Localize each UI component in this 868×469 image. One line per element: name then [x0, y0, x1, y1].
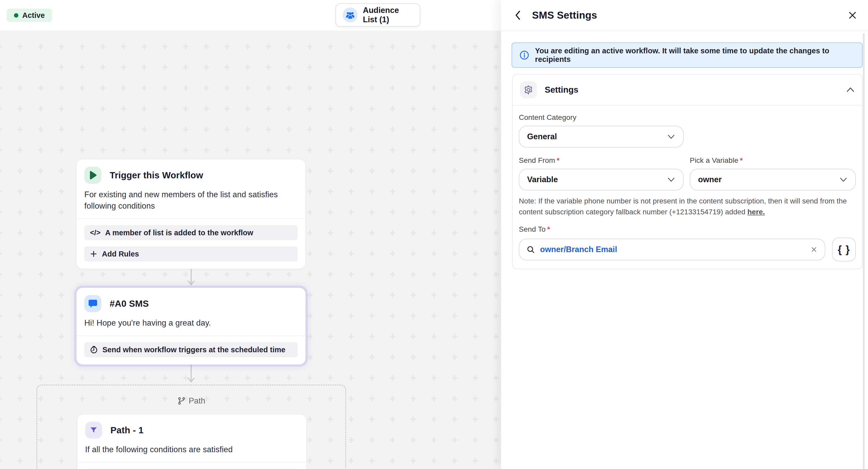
code-icon: </>: [90, 229, 100, 237]
divider: [76, 335, 306, 336]
settings-icon-tile: [520, 81, 537, 98]
path-node-description: If all the following conditions are sati…: [78, 444, 306, 455]
trigger-node[interactable]: Trigger this Workflow For existing and n…: [76, 159, 306, 269]
search-icon: [527, 245, 535, 254]
panel-title: SMS Settings: [532, 9, 838, 21]
send-to-row: owner/Branch Email { }: [519, 238, 856, 261]
audience-list-button[interactable]: Audience List (1): [336, 3, 420, 27]
canvas-topbar: Active Audience List (1): [0, 0, 501, 31]
settings-section: Settings Content Category General: [512, 74, 863, 269]
close-button[interactable]: [846, 9, 859, 22]
chevron-down-icon: [667, 177, 675, 182]
status-badge-label: Active: [22, 11, 45, 20]
active-dot-icon: [14, 13, 18, 18]
settings-section-title: Settings: [545, 85, 838, 95]
send-to-input[interactable]: owner/Branch Email: [519, 239, 825, 260]
panel-header: SMS Settings: [501, 0, 868, 31]
path-icon-tile: [85, 422, 102, 439]
chevron-left-icon: [514, 9, 523, 21]
content-category-label: Content Category: [519, 113, 856, 122]
path-group-header: Path: [37, 396, 345, 406]
active-workflow-banner: You are editing an active workflow. It w…: [512, 42, 863, 68]
send-to-value: owner/Branch Email: [540, 245, 805, 254]
braces-icon: { }: [838, 244, 850, 256]
fallback-note: Note: If the variable phone number is no…: [519, 196, 850, 217]
panel-body: You are editing an active workflow. It w…: [501, 31, 868, 269]
required-asterisk: *: [740, 156, 743, 164]
trigger-rule-text: A member of list is added to the workflo…: [105, 229, 253, 237]
trigger-rule-pill[interactable]: </> A member of list is added to the wor…: [84, 225, 298, 240]
path-node[interactable]: Path - 1 If all the following conditions…: [77, 414, 307, 469]
here-link[interactable]: here.: [747, 208, 765, 216]
add-rules-button[interactable]: Add Rules: [84, 246, 298, 261]
trigger-node-title: Trigger this Workflow: [110, 170, 203, 180]
pick-variable-label: Pick a Variable*: [690, 156, 856, 165]
filter-funnel-icon: [90, 426, 98, 434]
clock-icon: [90, 346, 98, 354]
chevron-down-icon: [839, 177, 847, 182]
send-from-value: Variable: [527, 175, 558, 184]
chat-bubble-icon: [88, 299, 97, 308]
plus-icon: [90, 250, 97, 258]
workflow-editor: Trigger this Workflow For existing and n…: [0, 0, 868, 469]
path-group-label: Path: [189, 396, 205, 406]
trigger-icon-tile: [84, 167, 101, 184]
send-from-field: Send From* Variable: [519, 156, 684, 190]
chevron-down-icon: [667, 134, 675, 139]
divider: [78, 462, 306, 463]
divider: [76, 218, 306, 219]
close-icon: [848, 10, 857, 20]
info-icon: [519, 50, 529, 60]
canvas-area: Trigger this Workflow For existing and n…: [0, 0, 501, 469]
required-asterisk: *: [557, 156, 559, 164]
sms-icon-tile: [84, 295, 101, 312]
pick-variable-value: owner: [698, 175, 722, 184]
content-category-select[interactable]: General: [519, 126, 684, 148]
content-category-value: General: [527, 132, 557, 141]
sms-node-description: Hi! Hope you're having a great day.: [76, 317, 306, 329]
chevron-up-icon[interactable]: [846, 87, 855, 93]
sms-settings-panel: SMS Settings You are editing an active w…: [501, 0, 868, 469]
pick-variable-field: Pick a Variable* owner: [690, 156, 856, 190]
insert-variable-button[interactable]: { }: [832, 238, 856, 261]
send-from-label: Send From*: [519, 156, 684, 165]
workflow-canvas[interactable]: Trigger this Workflow For existing and n…: [0, 31, 501, 469]
required-asterisk: *: [547, 225, 550, 233]
gear-icon: [524, 85, 533, 95]
status-badge: Active: [7, 8, 52, 22]
panel-scrollbar[interactable]: [863, 33, 865, 469]
pick-variable-select[interactable]: owner: [690, 169, 856, 190]
path-node-title: Path - 1: [111, 425, 144, 435]
sms-node-title: #A0 SMS: [110, 298, 149, 309]
sms-schedule-text: Send when workflow triggers at the sched…: [102, 346, 285, 354]
branch-icon: [178, 397, 186, 405]
settings-section-header[interactable]: Settings: [513, 75, 862, 105]
sms-node[interactable]: #A0 SMS Hi! Hope you're having a great d…: [76, 288, 306, 365]
play-icon: [89, 170, 97, 180]
settings-form: Content Category General Send From*: [513, 106, 862, 269]
sms-schedule-pill[interactable]: Send when workflow triggers at the sched…: [84, 342, 298, 357]
banner-text: You are editing an active workflow. It w…: [535, 47, 855, 64]
back-button[interactable]: [513, 8, 524, 23]
audience-people-icon: [343, 7, 358, 23]
send-from-select[interactable]: Variable: [519, 169, 684, 190]
audience-list-label: Audience List (1): [363, 6, 413, 24]
add-rules-label: Add Rules: [102, 250, 139, 258]
clear-x-icon[interactable]: [810, 246, 817, 253]
trigger-node-description: For existing and new members of the list…: [76, 189, 306, 212]
send-to-label: Send To*: [519, 225, 856, 233]
path-group: Path Path - 1 If all the following condi…: [36, 385, 346, 469]
